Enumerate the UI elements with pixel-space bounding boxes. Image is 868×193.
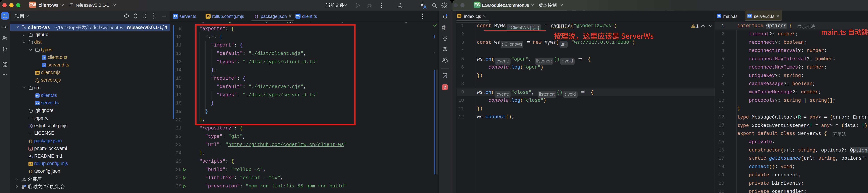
svg-text:JS: JS: [29, 163, 32, 165]
svg-text:JS: JS: [458, 15, 461, 18]
svg-text:}: }: [31, 170, 33, 174]
svg-text:TS: TS: [296, 15, 300, 18]
svg-text:M: M: [28, 155, 31, 158]
svg-text:}: }: [256, 14, 258, 19]
svg-text:A: A: [444, 74, 446, 77]
svg-text:JS: JS: [37, 81, 39, 83]
svg-text:?: ?: [5, 37, 7, 40]
svg-text:TS: TS: [36, 102, 39, 105]
svg-text:o: o: [35, 81, 36, 83]
svg-text:Y: Y: [30, 147, 31, 150]
svg-text:TS: TS: [42, 56, 45, 59]
svg-text:TS: TS: [42, 64, 45, 67]
svg-text:TS: TS: [748, 15, 751, 18]
svg-text:TS: TS: [174, 15, 177, 18]
svg-text:A: A: [423, 4, 427, 9]
svg-text:JS: JS: [206, 15, 210, 18]
svg-text:10: 10: [35, 78, 38, 81]
svg-text:TS: TS: [36, 94, 39, 97]
svg-text:}: }: [31, 139, 33, 143]
svg-text:TS: TS: [717, 15, 720, 18]
svg-text:JS: JS: [36, 72, 39, 74]
